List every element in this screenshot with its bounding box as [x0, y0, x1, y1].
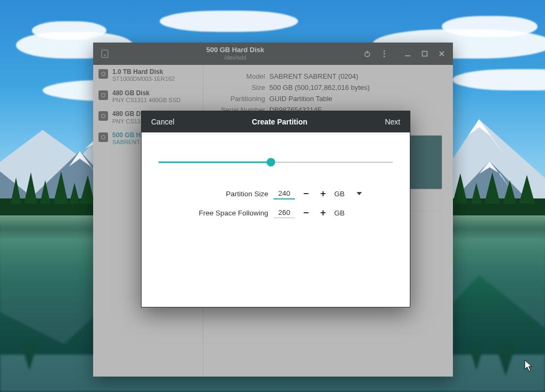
dialog-title: Create Partition — [252, 118, 307, 126]
svg-marker-18 — [471, 183, 482, 204]
free-space-unit: GB — [334, 209, 350, 217]
cancel-button[interactable]: Cancel — [150, 115, 176, 128]
svg-marker-42 — [357, 192, 362, 195]
partition-size-label: Partition Size — [188, 190, 268, 198]
svg-marker-10 — [11, 178, 21, 204]
svg-marker-15 — [80, 175, 95, 204]
partition-size-row: Partition Size − + GB — [159, 188, 393, 199]
free-space-plus[interactable]: + — [317, 207, 329, 219]
slider-fill — [159, 162, 271, 163]
svg-marker-14 — [69, 183, 80, 204]
slider-thumb[interactable] — [267, 158, 275, 166]
svg-marker-20 — [503, 180, 516, 204]
free-space-minus[interactable]: − — [300, 207, 312, 219]
partition-size-plus[interactable]: + — [317, 188, 329, 199]
svg-marker-12 — [40, 180, 51, 204]
free-space-row: Free Space Following − + GB — [159, 207, 393, 219]
unit-dropdown-caret-icon[interactable] — [356, 192, 363, 195]
partition-size-slider[interactable] — [159, 156, 393, 169]
partition-size-minus[interactable]: − — [300, 188, 312, 199]
next-button[interactable]: Next — [384, 115, 401, 128]
svg-marker-21 — [519, 175, 535, 204]
partition-size-unit: GB — [334, 190, 350, 198]
dialog-header: Cancel Create Partition Next — [142, 111, 410, 132]
partition-size-input[interactable] — [274, 188, 295, 199]
free-space-input[interactable] — [274, 207, 295, 218]
free-space-label: Free Space Following — [188, 209, 268, 217]
svg-marker-17 — [452, 173, 467, 204]
svg-marker-13 — [53, 172, 68, 204]
svg-marker-11 — [24, 172, 37, 204]
create-partition-dialog: Cancel Create Partition Next Partition S… — [141, 111, 410, 307]
svg-marker-19 — [484, 172, 500, 204]
